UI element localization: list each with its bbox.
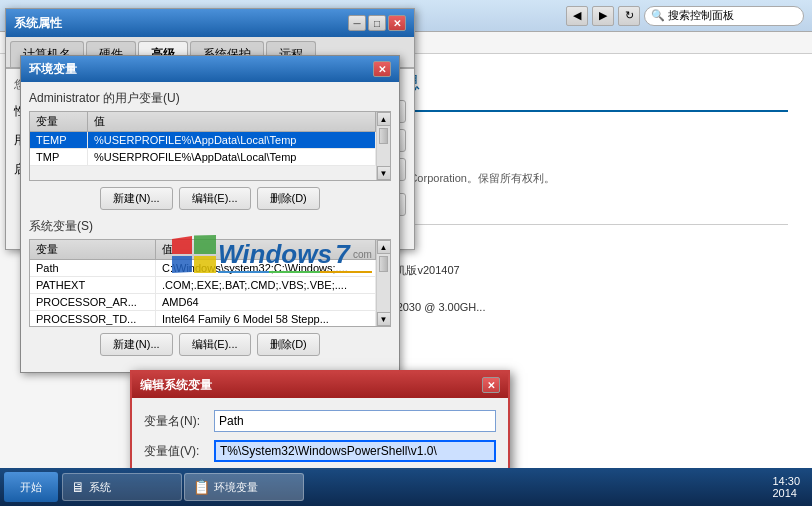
table-row[interactable]: TEMP %USERPROFILE%\AppData\Local\Temp — [30, 132, 376, 149]
taskbar-clock: 14:30 2014 — [772, 475, 808, 499]
edit-var-value-input[interactable] — [214, 440, 496, 462]
taskbar-item-label: 系统 — [89, 480, 111, 495]
clock-date: 2014 — [772, 487, 800, 499]
sys-new-btn[interactable]: 新建(N)... — [100, 333, 172, 356]
table-row[interactable]: TMP %USERPROFILE%\AppData\Local\Temp — [30, 149, 376, 166]
sys-scroll-down[interactable]: ▼ — [377, 312, 391, 326]
sys-var-name-0: Path — [30, 260, 155, 277]
user-vars-table: 变量 值 TEMP %USERPROFILE%\AppData\Local\Te… — [30, 112, 376, 166]
user-delete-btn[interactable]: 删除(D) — [257, 187, 320, 210]
sys-delete-btn[interactable]: 删除(D) — [257, 333, 320, 356]
sys-vars-label: 系统变量(S) — [29, 218, 391, 235]
minimize-btn[interactable]: ─ — [348, 15, 366, 31]
user-var-name-1: TMP — [30, 149, 88, 166]
sys-vars-buttons: 新建(N)... 编辑(E)... 删除(D) — [29, 333, 391, 356]
col-header-val-sys: 值 — [155, 240, 375, 260]
search-box[interactable]: 🔍 搜索控制面板 — [644, 6, 804, 26]
back-btn[interactable]: ◀ — [566, 6, 588, 26]
table-row[interactable]: PROCESSOR_TD... Intel64 Family 6 Model 5… — [30, 311, 376, 327]
maximize-btn[interactable]: □ — [368, 15, 386, 31]
user-var-val-1: %USERPROFILE%\AppData\Local\Temp — [88, 149, 376, 166]
user-var-name-0: TEMP — [30, 132, 88, 149]
env-titlebar-buttons: ✕ — [373, 61, 391, 77]
clock-time: 14:30 — [772, 475, 800, 487]
sys-vars-scrollbar[interactable]: ▲ ▼ — [376, 240, 390, 326]
sysprops-titlebar: 系统属性 ─ □ ✕ — [6, 9, 414, 37]
col-header-val-user: 值 — [88, 112, 376, 132]
user-vars-table-container: 变量 值 TEMP %USERPROFILE%\AppData\Local\Te… — [29, 111, 391, 181]
sys-vars-section: 系统变量(S) 变量 值 Path C:\Wind — [29, 218, 391, 356]
edit-var-name-label: 变量名(N): — [144, 413, 214, 430]
user-vars-scroll-content: 变量 值 TEMP %USERPROFILE%\AppData\Local\Te… — [30, 112, 376, 180]
edit-var-value-row: 变量值(V): — [144, 440, 496, 462]
sys-vars-table-container: 变量 值 Path C:\Windows\system32;C:\Windows… — [29, 239, 391, 327]
env-close-btn[interactable]: ✕ — [373, 61, 391, 77]
user-vars-scrollbar[interactable]: ▲ ▼ — [376, 112, 390, 180]
edit-var-name-row: 变量名(N): — [144, 410, 496, 432]
user-var-val-0: %USERPROFILE%\AppData\Local\Temp — [88, 132, 376, 149]
sys-var-val-2: AMD64 — [155, 294, 375, 311]
sys-var-name-3: PROCESSOR_TD... — [30, 311, 155, 327]
sys-scroll-thumb[interactable] — [379, 256, 388, 272]
sys-edit-btn[interactable]: 编辑(E)... — [179, 333, 251, 356]
forward-btn[interactable]: ▶ — [592, 6, 614, 26]
scroll-thumb-area — [377, 126, 390, 166]
taskbar-item-env-icon: 📋 — [193, 479, 210, 495]
env-dialog-body: Administrator 的用户变量(U) 变量 值 TEMP %USERPR… — [21, 82, 399, 372]
sys-vars-scroll-content: 变量 值 Path C:\Windows\system32;C:\Windows… — [30, 240, 376, 326]
user-vars-buttons: 新建(N)... 编辑(E)... 删除(D) — [29, 187, 391, 210]
edit-close-btn[interactable]: ✕ — [482, 377, 500, 393]
start-button[interactable]: 开始 — [4, 472, 58, 502]
sys-var-name-2: PROCESSOR_AR... — [30, 294, 155, 311]
edit-var-value-label: 变量值(V): — [144, 443, 214, 460]
table-row[interactable]: PROCESSOR_AR... AMD64 — [30, 294, 376, 311]
close-btn[interactable]: ✕ — [388, 15, 406, 31]
taskbar-item-env-label: 环境变量 — [214, 480, 258, 495]
sysprops-title: 系统属性 — [14, 15, 348, 32]
scroll-up[interactable]: ▲ — [377, 112, 391, 126]
sys-var-val-3: Intel64 Family 6 Model 58 Stepp... — [155, 311, 375, 327]
sys-var-val-1: .COM;.EXE;.BAT;.CMD;.VBS;.VBE;.... — [155, 277, 375, 294]
edit-dialog-title: 编辑系统变量 — [140, 377, 212, 394]
user-new-btn[interactable]: 新建(N)... — [100, 187, 172, 210]
taskbar-item-envvars[interactable]: 📋 环境变量 — [184, 473, 304, 501]
table-row[interactable]: PATHEXT .COM;.EXE;.BAT;.CMD;.VBS;.VBE;..… — [30, 277, 376, 294]
sys-scroll-thumb-area — [377, 254, 390, 312]
taskbar: 开始 🖥 系统 📋 环境变量 14:30 2014 — [0, 468, 812, 506]
sys-var-val-0: C:\Windows\system32;C:\Windows;.... — [155, 260, 375, 277]
col-header-var-sys: 变量 — [30, 240, 155, 260]
env-dialog: 环境变量 ✕ Administrator 的用户变量(U) 变量 值 — [20, 55, 400, 373]
user-edit-btn[interactable]: 编辑(E)... — [179, 187, 251, 210]
edit-dialog-titlebar: 编辑系统变量 ✕ — [132, 372, 508, 398]
sys-var-name-1: PATHEXT — [30, 277, 155, 294]
user-vars-label: Administrator 的用户变量(U) — [29, 90, 391, 107]
scroll-thumb[interactable] — [379, 128, 388, 144]
sys-scroll-up[interactable]: ▲ — [377, 240, 391, 254]
taskbar-item-system[interactable]: 🖥 系统 — [62, 473, 182, 501]
env-dialog-titlebar: 环境变量 ✕ — [21, 56, 399, 82]
col-header-var-user: 变量 — [30, 112, 88, 132]
sys-vars-table: 变量 值 Path C:\Windows\system32;C:\Windows… — [30, 240, 376, 326]
env-dialog-title: 环境变量 — [29, 61, 77, 78]
edit-var-name-input[interactable] — [214, 410, 496, 432]
table-row[interactable]: Path C:\Windows\system32;C:\Windows;.... — [30, 260, 376, 277]
refresh-btn[interactable]: ↻ — [618, 6, 640, 26]
taskbar-item-icon: 🖥 — [71, 479, 85, 495]
titlebar-buttons: ─ □ ✕ — [348, 15, 406, 31]
taskbar-items: 🖥 系统 📋 环境变量 — [62, 473, 304, 501]
edit-titlebar-buttons: ✕ — [482, 377, 500, 393]
scroll-down[interactable]: ▼ — [377, 166, 391, 180]
